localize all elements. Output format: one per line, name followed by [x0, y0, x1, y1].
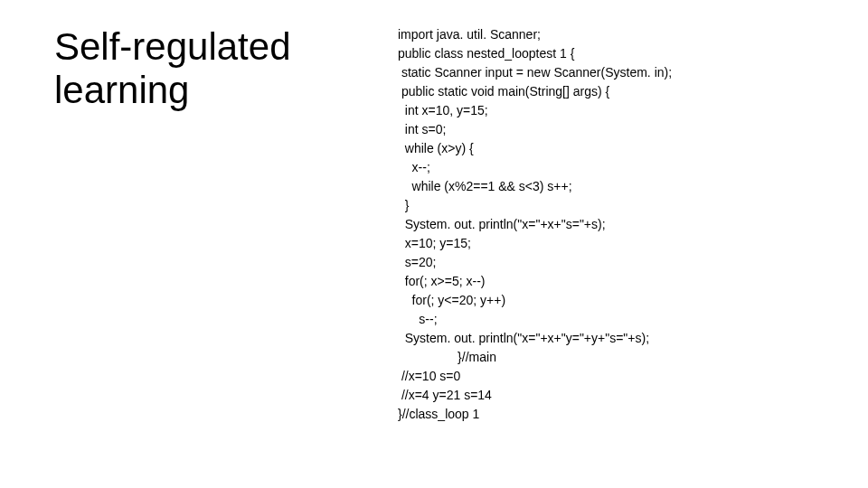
slide-title: Self-regulated learning — [54, 25, 371, 113]
code-block: import java. util. Scanner; public class… — [398, 25, 832, 424]
slide: Self-regulated learning import java. uti… — [0, 0, 868, 488]
